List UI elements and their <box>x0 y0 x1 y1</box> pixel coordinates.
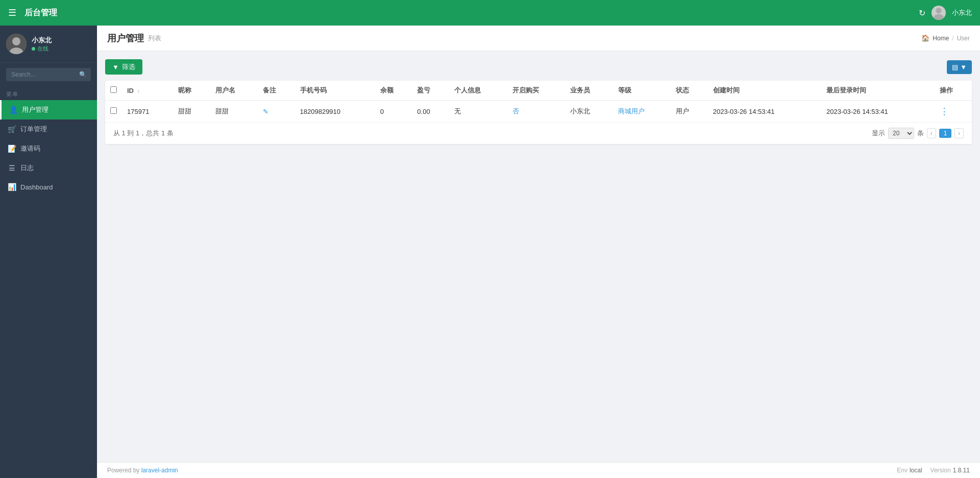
sidebar-item-logs[interactable]: ☰ 日志 <box>0 158 97 178</box>
app-footer: Powered by laravel-admin Env local Versi… <box>97 462 980 478</box>
env-value: local <box>910 467 922 474</box>
col-nickname: 昵称 <box>173 81 210 101</box>
search-input-wrapper: 🔍 <box>6 68 91 81</box>
top-bar: ☰ 后台管理 ↻ 小东北 <box>0 0 980 26</box>
row-more-button[interactable]: ⋮ <box>940 106 949 117</box>
page-title-area: 用户管理 列表 <box>107 32 161 44</box>
table-body: 175971 甜甜 甜甜 ✎ 18209829910 0 0.00 无 否 小东… <box>105 101 972 123</box>
footer-version: Version 1.8.11 <box>930 467 970 474</box>
nav-label-invite-code: 邀请码 <box>20 144 40 153</box>
page-1-button[interactable]: 1 <box>939 129 951 138</box>
page-title: 用户管理 <box>107 32 144 44</box>
status-dot <box>32 47 35 51</box>
col-salesperson: 业务员 <box>565 81 612 101</box>
footer-env: Env local <box>897 467 922 474</box>
note-edit-icon[interactable]: ✎ <box>263 108 268 115</box>
toolbar-left: ▼ 筛选 <box>105 59 142 75</box>
table-footer: 从 1 到 1，总共 1 条 显示 20 50 100 条 ‹ 1 › <box>105 122 972 144</box>
content-area: 用户管理 列表 🏠 Home / User ▼ 筛选 <box>97 26 980 478</box>
pagination-right: 显示 20 50 100 条 ‹ 1 › <box>872 128 964 139</box>
col-actions: 操作 <box>935 81 972 101</box>
nav-label-user-management: 用户管理 <box>22 105 48 114</box>
nav-label-dashboard: Dashboard <box>20 183 53 191</box>
toolbar: ▼ 筛选 ▤ ▼ <box>105 59 972 75</box>
display-label: 显示 <box>872 129 885 138</box>
cell-open-purchase: 否 <box>507 101 566 123</box>
svg-point-1 <box>934 14 944 20</box>
powered-by-prefix: Powered by <box>107 467 141 474</box>
column-button[interactable]: ▤ ▼ <box>947 60 972 74</box>
col-created-at: 创建时间 <box>708 81 821 101</box>
content-header: 用户管理 列表 🏠 Home / User <box>97 26 980 51</box>
sidebar-item-invite-code[interactable]: 📝 邀请码 <box>0 139 97 158</box>
sidebar-user: 小东北 在线 <box>0 26 97 63</box>
user-icon: 👤 <box>9 106 18 114</box>
cell-actions: ⋮ <box>935 101 972 123</box>
table-row: 175971 甜甜 甜甜 ✎ 18209829910 0 0.00 无 否 小东… <box>105 101 972 123</box>
column-btn-arrow: ▼ <box>960 63 967 71</box>
col-balance: 余额 <box>375 81 412 101</box>
cell-nickname: 甜甜 <box>173 101 210 123</box>
app-title: 后台管理 <box>24 8 57 18</box>
cell-profit-loss: 0.00 <box>412 101 449 123</box>
sort-id-icon[interactable]: ↕ <box>137 88 140 94</box>
sidebar-username: 小东北 <box>32 36 52 45</box>
column-icon: ▤ <box>952 63 958 71</box>
next-page-button[interactable]: › <box>954 128 964 138</box>
cell-last-login: 2023-03-26 14:53:41 <box>821 101 935 123</box>
version-value: 1.8.11 <box>953 467 970 474</box>
footer-right: Env local Version 1.8.11 <box>897 467 970 474</box>
col-open-purchase: 开启购买 <box>507 81 566 101</box>
invite-icon: 📝 <box>7 145 16 153</box>
top-bar-right: ↻ 小东北 <box>919 6 972 20</box>
svg-point-3 <box>12 37 20 45</box>
breadcrumb: 🏠 Home / User <box>921 34 970 42</box>
col-checkbox <box>105 81 122 101</box>
breadcrumb-home[interactable]: Home <box>933 35 949 42</box>
refresh-icon[interactable]: ↻ <box>919 8 925 18</box>
laravel-admin-link[interactable]: laravel-admin <box>141 467 178 474</box>
level-link[interactable]: 商城用户 <box>618 107 645 115</box>
col-last-login: 最后登录时间 <box>821 81 935 101</box>
search-input[interactable] <box>6 68 91 81</box>
col-phone: 手机号码 <box>295 81 375 101</box>
select-all-checkbox[interactable] <box>110 86 117 93</box>
content-body: ▼ 筛选 ▤ ▼ <box>97 51 980 462</box>
row-checkbox[interactable] <box>110 107 117 114</box>
open-purchase-link[interactable]: 否 <box>512 107 519 115</box>
pagination-info: 从 1 到 1，总共 1 条 <box>113 129 174 138</box>
data-table: ID ↕ 昵称 用户名 备注 手机号码 余额 盈亏 个人信息 开启购买 <box>105 81 972 122</box>
cell-note: ✎ <box>258 101 295 123</box>
breadcrumb-separator: / <box>952 35 953 42</box>
menu-label: 菜单 <box>0 86 97 100</box>
env-label: Env <box>897 467 908 474</box>
topbar-username: 小东北 <box>952 8 972 17</box>
cell-status: 用户 <box>671 101 708 123</box>
filter-button[interactable]: ▼ 筛选 <box>105 59 142 75</box>
search-icon-button[interactable]: 🔍 <box>79 71 87 78</box>
per-page-unit: 条 <box>917 129 924 138</box>
prev-page-button[interactable]: ‹ <box>927 128 936 138</box>
nav-label-order-management: 订单管理 <box>20 125 47 134</box>
app-wrapper: ☰ 后台管理 ↻ 小东北 <box>0 0 980 478</box>
home-icon: 🏠 <box>921 34 929 42</box>
topbar-avatar <box>932 6 946 20</box>
cell-balance: 0 <box>375 101 412 123</box>
page-subtitle: 列表 <box>148 34 161 43</box>
sidebar-item-dashboard[interactable]: 📊 Dashboard <box>0 178 97 196</box>
table-wrapper: ID ↕ 昵称 用户名 备注 手机号码 余额 盈亏 个人信息 开启购买 <box>105 81 972 144</box>
cell-username: 甜甜 <box>210 101 258 123</box>
page-size-select[interactable]: 20 50 100 <box>888 128 914 139</box>
version-label: Version <box>930 467 951 474</box>
col-level: 等级 <box>613 81 671 101</box>
sidebar-item-order-management[interactable]: 🛒 订单管理 <box>0 119 97 139</box>
svg-point-0 <box>936 8 941 13</box>
hamburger-icon[interactable]: ☰ <box>8 7 16 18</box>
search-box: 🔍 <box>0 63 97 86</box>
row-checkbox-cell <box>105 101 122 123</box>
sidebar-item-user-management[interactable]: 👤 用户管理 <box>0 100 97 119</box>
col-status: 状态 <box>671 81 708 101</box>
toolbar-right: ▤ ▼ <box>947 60 972 74</box>
breadcrumb-current: User <box>957 35 970 42</box>
col-username: 用户名 <box>210 81 258 101</box>
